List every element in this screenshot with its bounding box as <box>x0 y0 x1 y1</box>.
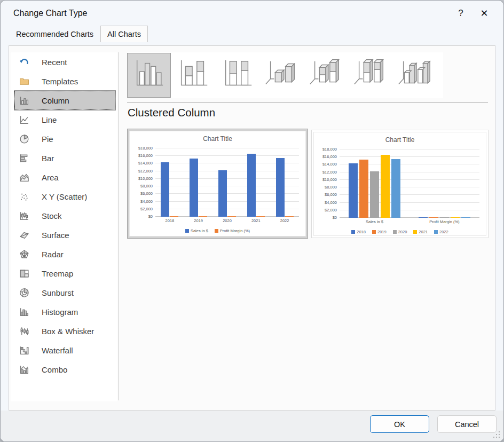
sidebar-item-label: Histogram <box>42 307 78 317</box>
column-3d-icon <box>397 56 433 94</box>
ok-button[interactable]: OK <box>370 415 429 433</box>
y-axis-label: $6,000 <box>325 192 337 197</box>
bar-group-profit-margin <box>410 149 479 218</box>
sidebar-item-recent[interactable]: Recent <box>14 52 115 72</box>
subtype-thumb-stacked-column-100[interactable] <box>216 53 259 98</box>
combo-icon <box>18 364 30 375</box>
sidebar-item-column[interactable]: Column <box>14 91 115 110</box>
legend-item: 2022 <box>434 230 448 234</box>
sidebar-item-radar[interactable]: Radar <box>14 244 115 264</box>
sidebar-item-x-y-scatter[interactable]: X Y (Scatter) <box>14 187 115 206</box>
tab-all-charts[interactable]: All Charts <box>100 26 148 42</box>
chart: Chart Title$0$2,000$4,000$6,000$8,000$10… <box>314 132 486 235</box>
chart-area: Chart Title$0$2,000$4,000$6,000$8,000$10… <box>313 132 486 236</box>
y-axis-label: $4,000 <box>325 200 337 205</box>
tab-recommended-charts[interactable]: Recommended Charts <box>9 27 100 42</box>
y-axis-label: $2,000 <box>140 207 153 211</box>
bar-group-2022 <box>270 148 299 217</box>
all-charts-tab-page: RecentTemplatesColumnLinePieBarAreaX Y (… <box>9 45 495 411</box>
subtype-thumb-clustered-column-3d[interactable] <box>260 53 304 98</box>
x-axis: Sales in $Profit Margin (%) <box>340 219 479 226</box>
x-axis-label: 2018 <box>155 218 184 225</box>
treemap-icon <box>18 267 30 279</box>
dialog-title: Change Chart Type <box>13 9 449 18</box>
sidebar-item-surface[interactable]: Surface <box>14 225 115 244</box>
bar-group-2021 <box>241 148 270 217</box>
sidebar-item-label: Bar <box>42 154 54 163</box>
x-axis-label: 2022 <box>270 218 299 225</box>
y-axis-label: $10,000 <box>322 177 337 182</box>
radar-icon <box>18 248 30 260</box>
bar-2019 <box>429 217 438 218</box>
sidebar-item-box-whisker[interactable]: Box & Whisker <box>14 321 115 341</box>
y-axis-label: $14,000 <box>322 162 337 167</box>
chart-area: Chart Title$0$2,000$4,000$6,000$8,000$10… <box>129 131 306 236</box>
sidebar-item-label: X Y (Scatter) <box>42 192 87 201</box>
dialog-footer: OK Cancel <box>1 411 503 441</box>
sidebar-item-label: Stock <box>42 211 62 220</box>
separator-line <box>127 102 488 103</box>
subtype-thumb-clustered-column[interactable] <box>127 53 171 98</box>
sidebar-item-histogram[interactable]: Histogram <box>14 302 115 321</box>
legend-label: 2020 <box>398 230 407 234</box>
bar-2022 <box>461 217 470 218</box>
subtype-panel: Clustered Column Chart Title$0$2,000$4,0… <box>119 46 495 410</box>
y-axis-label: $14,000 <box>138 161 153 165</box>
area-icon <box>18 171 30 183</box>
legend-item: 2021 <box>413 230 428 234</box>
legend-item: 2019 <box>372 230 387 234</box>
bar-2020 <box>370 171 379 218</box>
y-axis-label: $4,000 <box>140 199 153 204</box>
chart-preview-2[interactable]: Chart Title$0$2,000$4,000$6,000$8,000$10… <box>311 130 489 238</box>
preview-row: Chart Title$0$2,000$4,000$6,000$8,000$10… <box>127 129 489 239</box>
bar-2018 <box>419 217 428 218</box>
legend-swatch <box>413 230 417 234</box>
bar-2022 <box>391 159 400 218</box>
help-icon[interactable]: ? <box>449 3 472 24</box>
bar-group-2019 <box>184 148 213 217</box>
bar-sales-in <box>190 159 198 217</box>
sidebar-item-label: Sunburst <box>42 288 74 297</box>
bar-group-2018 <box>155 148 184 217</box>
legend-swatch <box>351 230 355 234</box>
sidebar-item-line[interactable]: Line <box>14 110 115 129</box>
sidebar-item-templates[interactable]: Templates <box>14 72 115 91</box>
plot-area: $0$2,000$4,000$6,000$8,000$10,000$12,000… <box>340 149 479 218</box>
sidebar-item-treemap[interactable]: Treemap <box>14 264 115 283</box>
legend-swatch <box>372 230 376 234</box>
resize-grip-icon[interactable] <box>492 430 501 439</box>
sidebar-item-area[interactable]: Area <box>14 168 115 187</box>
cancel-button[interactable]: Cancel <box>437 415 497 433</box>
x-axis-label: Sales in $ <box>340 219 410 226</box>
bars <box>155 148 299 217</box>
legend-swatch <box>434 230 438 234</box>
sidebar-item-label: Recent <box>42 58 67 67</box>
plot-area: $0$2,000$4,000$6,000$8,000$10,000$12,000… <box>155 148 299 217</box>
sidebar-item-label: Line <box>42 115 57 124</box>
subtype-thumb-stacked-column-100-3d[interactable] <box>349 53 392 98</box>
close-icon[interactable]: ✕ <box>472 3 496 24</box>
chart-type-list: RecentTemplatesColumnLinePieBarAreaX Y (… <box>11 52 117 401</box>
legend-item: Sales in $ <box>185 228 208 233</box>
subtype-thumb-stacked-column-3d[interactable] <box>304 53 348 98</box>
sidebar-item-waterfall[interactable]: Waterfall <box>14 341 115 360</box>
x-axis-label: Profit Margin (%) <box>410 219 479 226</box>
bar-sales-in <box>161 162 169 217</box>
bar-profit-margin <box>199 216 207 217</box>
pie-icon <box>18 133 30 145</box>
chart-preview-1[interactable]: Chart Title$0$2,000$4,000$6,000$8,000$10… <box>127 129 308 239</box>
sidebar-item-bar[interactable]: Bar <box>14 148 115 168</box>
bar-sales-in <box>247 154 256 217</box>
legend: Sales in $Profit Margin (%) <box>130 226 305 235</box>
legend-item: 2018 <box>351 230 366 234</box>
subtype-thumb-stacked-column[interactable] <box>171 53 215 98</box>
legend-label: 2021 <box>419 230 428 234</box>
y-axis-label: $0 <box>333 215 337 220</box>
sidebar-item-stock[interactable]: Stock <box>14 206 115 225</box>
box-whisker-icon <box>18 325 30 337</box>
sidebar-item-pie[interactable]: Pie <box>14 129 115 148</box>
sidebar-item-sunburst[interactable]: Sunburst <box>14 283 115 302</box>
chart-title: Chart Title <box>314 136 486 144</box>
sidebar-item-combo[interactable]: Combo <box>14 360 115 379</box>
subtype-thumb-column-3d[interactable] <box>393 53 437 98</box>
